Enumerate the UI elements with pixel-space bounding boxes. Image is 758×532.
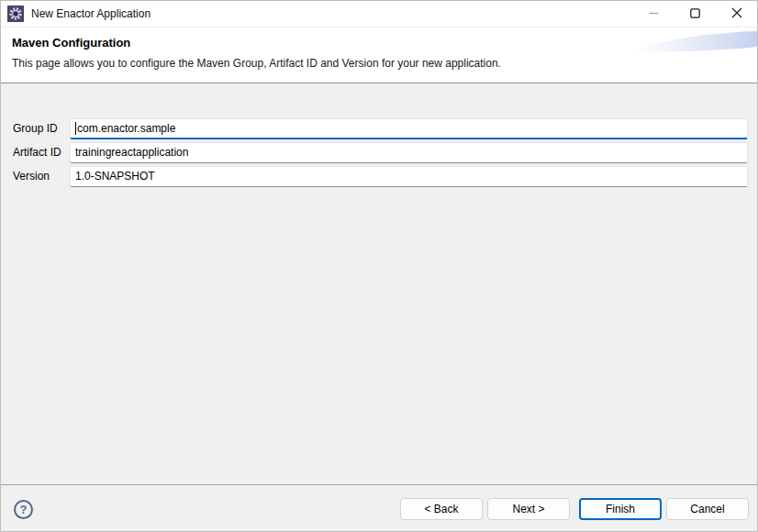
enactor-gear-icon xyxy=(7,6,24,22)
group-id-value: com.enactor.sample xyxy=(77,122,175,135)
cancel-button[interactable]: Cancel xyxy=(666,498,749,520)
question-mark-icon: ? xyxy=(20,503,28,516)
artifact-id-label: Artifact ID xyxy=(1,146,70,159)
window-title: New Enactor Application xyxy=(31,7,150,20)
maximize-icon xyxy=(690,7,700,21)
page-description: This page allows you to configure the Ma… xyxy=(12,57,757,70)
next-button[interactable]: Next > xyxy=(487,498,570,520)
wizard-header-banner: Maven Configuration This page allows you… xyxy=(1,28,757,83)
wizard-window: New Enactor Application xyxy=(0,0,758,532)
form-row: Artifact ID trainingreactapplication xyxy=(1,141,757,163)
back-button[interactable]: < Back xyxy=(400,498,483,520)
version-label: Version xyxy=(1,170,70,183)
group-id-input[interactable]: com.enactor.sample xyxy=(70,118,748,139)
version-input[interactable]: 1.0-SNAPSHOT xyxy=(70,166,748,187)
close-icon xyxy=(731,7,742,21)
version-value: 1.0-SNAPSHOT xyxy=(75,170,155,183)
window-controls xyxy=(633,1,757,27)
wizard-buttons: < Back Next > Finish Cancel xyxy=(400,498,749,520)
title-bar: New Enactor Application xyxy=(1,1,757,28)
group-id-label: Group ID xyxy=(1,122,70,135)
finish-button[interactable]: Finish xyxy=(579,498,662,520)
form-row: Version 1.0-SNAPSHOT xyxy=(1,165,757,187)
artifact-id-input[interactable]: trainingreactapplication xyxy=(70,142,748,163)
page-title: Maven Configuration xyxy=(12,36,757,50)
help-button[interactable]: ? xyxy=(14,500,33,519)
artifact-id-value: trainingreactapplication xyxy=(75,146,188,159)
button-bar: ? < Back Next > Finish Cancel xyxy=(1,484,757,531)
close-button[interactable] xyxy=(716,1,757,27)
wizard-content: Group ID com.enactor.sample Artifact ID … xyxy=(1,83,757,484)
form-row: Group ID com.enactor.sample xyxy=(1,117,757,139)
text-caret xyxy=(75,122,76,135)
maximize-button[interactable] xyxy=(674,1,716,27)
minimize-button[interactable] xyxy=(633,1,674,27)
minimize-icon xyxy=(649,7,659,21)
